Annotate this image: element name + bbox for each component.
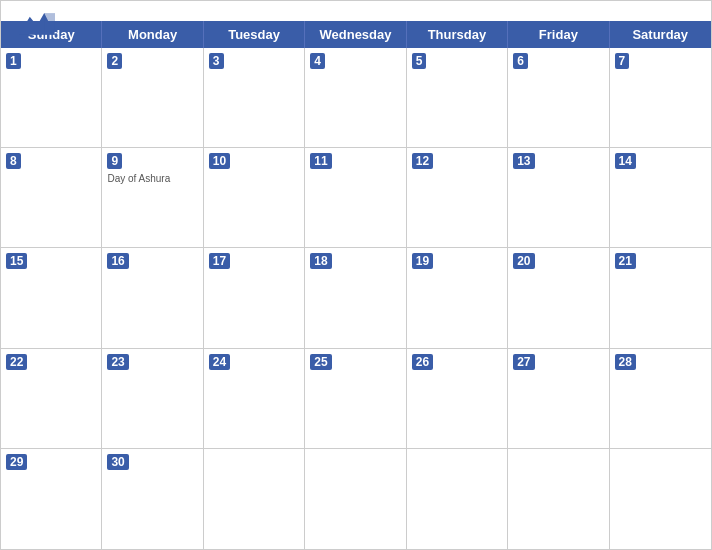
calendar-cell: 2 <box>102 48 203 148</box>
cell-date: 8 <box>6 153 21 169</box>
cell-date: 14 <box>615 153 636 169</box>
calendar-cell: 12 <box>407 148 508 248</box>
calendar-cell: 6 <box>508 48 609 148</box>
calendar-cell: 18 <box>305 248 406 348</box>
cell-date: 9 <box>107 153 122 169</box>
day-header-monday: Monday <box>102 21 203 48</box>
calendar-container: SundayMondayTuesdayWednesdayThursdayFrid… <box>0 0 712 550</box>
cell-date: 1 <box>6 53 21 69</box>
day-header-wednesday: Wednesday <box>305 21 406 48</box>
calendar-cell: 20 <box>508 248 609 348</box>
calendar-cell <box>204 449 305 549</box>
calendar-cell: 19 <box>407 248 508 348</box>
cell-date: 3 <box>209 53 224 69</box>
calendar-cell: 24 <box>204 349 305 449</box>
cell-date: 10 <box>209 153 230 169</box>
calendar-cell: 25 <box>305 349 406 449</box>
calendar-cell: 5 <box>407 48 508 148</box>
calendar-cell: 11 <box>305 148 406 248</box>
calendar-grid: 123456789Day of Ashura101112131415161718… <box>1 48 711 549</box>
calendar-cell: 4 <box>305 48 406 148</box>
logo-area <box>19 9 55 38</box>
cell-date: 30 <box>107 454 128 470</box>
cell-date: 6 <box>513 53 528 69</box>
calendar-cell <box>407 449 508 549</box>
calendar-cell: 30 <box>102 449 203 549</box>
cell-date: 13 <box>513 153 534 169</box>
calendar-cell: 23 <box>102 349 203 449</box>
calendar-header <box>1 1 711 21</box>
cell-date: 12 <box>412 153 433 169</box>
calendar-cell: 21 <box>610 248 711 348</box>
calendar-cell: 22 <box>1 349 102 449</box>
day-header-thursday: Thursday <box>407 21 508 48</box>
cell-date: 25 <box>310 354 331 370</box>
cell-date: 23 <box>107 354 128 370</box>
cell-date: 26 <box>412 354 433 370</box>
cell-date: 28 <box>615 354 636 370</box>
cell-date: 5 <box>412 53 427 69</box>
cell-date: 17 <box>209 253 230 269</box>
cell-date: 19 <box>412 253 433 269</box>
calendar-cell: 26 <box>407 349 508 449</box>
calendar-cell: 10 <box>204 148 305 248</box>
calendar-cell: 7 <box>610 48 711 148</box>
day-header-saturday: Saturday <box>610 21 711 48</box>
calendar-cell <box>508 449 609 549</box>
cell-date: 24 <box>209 354 230 370</box>
cell-date: 2 <box>107 53 122 69</box>
cell-date: 20 <box>513 253 534 269</box>
day-headers: SundayMondayTuesdayWednesdayThursdayFrid… <box>1 21 711 48</box>
calendar-cell: 16 <box>102 248 203 348</box>
calendar-cell: 1 <box>1 48 102 148</box>
logo-icon <box>19 9 55 37</box>
calendar-cell: 8 <box>1 148 102 248</box>
cell-date: 18 <box>310 253 331 269</box>
cell-date: 15 <box>6 253 27 269</box>
cell-date: 27 <box>513 354 534 370</box>
calendar-cell: 29 <box>1 449 102 549</box>
calendar-cell: 17 <box>204 248 305 348</box>
calendar-cell <box>305 449 406 549</box>
calendar-cell: 28 <box>610 349 711 449</box>
cell-date: 4 <box>310 53 325 69</box>
calendar-cell: 13 <box>508 148 609 248</box>
svg-rect-2 <box>19 31 55 35</box>
cell-date: 21 <box>615 253 636 269</box>
cell-holiday: Day of Ashura <box>107 173 197 184</box>
cell-date: 11 <box>310 153 331 169</box>
calendar-cell: 27 <box>508 349 609 449</box>
calendar-cell <box>610 449 711 549</box>
calendar-cell: 3 <box>204 48 305 148</box>
cell-date: 16 <box>107 253 128 269</box>
calendar-cell: 15 <box>1 248 102 348</box>
cell-date: 7 <box>615 53 630 69</box>
calendar-cell: 14 <box>610 148 711 248</box>
day-header-tuesday: Tuesday <box>204 21 305 48</box>
cell-date: 29 <box>6 454 27 470</box>
day-header-friday: Friday <box>508 21 609 48</box>
cell-date: 22 <box>6 354 27 370</box>
calendar-cell: 9Day of Ashura <box>102 148 203 248</box>
